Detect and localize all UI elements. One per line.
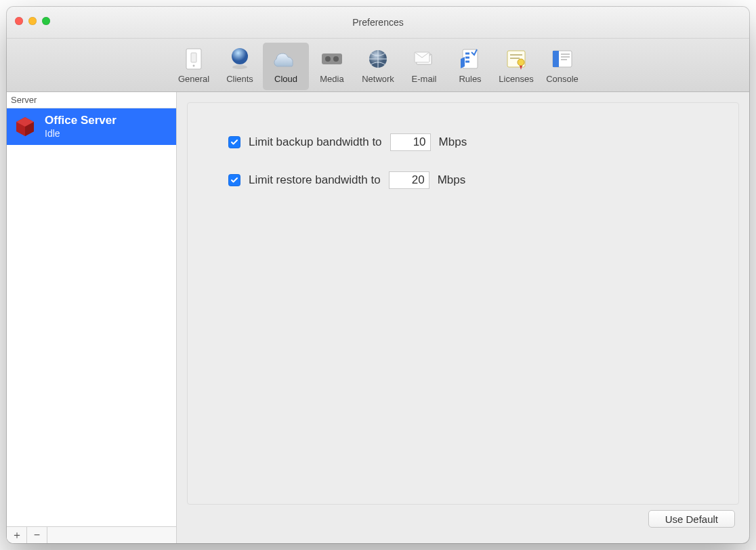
svg-rect-15: [553, 51, 559, 67]
traffic-lights: [15, 17, 50, 25]
use-default-button[interactable]: Use Default: [648, 510, 735, 528]
server-list-item[interactable]: Office Server Idle: [7, 108, 176, 145]
close-window-button[interactable]: [15, 17, 23, 25]
restore-unit-label: Mbps: [438, 173, 466, 187]
tab-label: Licenses: [499, 74, 533, 84]
sidebar-footer: ＋ −: [7, 526, 176, 543]
tab-label: Cloud: [274, 74, 297, 84]
svg-point-3: [232, 48, 248, 64]
limit-backup-checkbox[interactable]: [228, 136, 240, 148]
svg-point-7: [333, 56, 339, 62]
server-text: Office Server Idle: [45, 114, 117, 139]
tab-general[interactable]: General: [171, 43, 217, 90]
server-list: Office Server Idle: [7, 108, 176, 526]
tab-label: Network: [362, 74, 394, 84]
tab-label: General: [178, 74, 209, 84]
media-icon: [318, 45, 345, 72]
svg-point-6: [325, 56, 331, 62]
tab-email[interactable]: E-mail: [401, 43, 447, 90]
tab-network[interactable]: Network: [355, 43, 401, 90]
tab-cloud[interactable]: Cloud: [263, 43, 309, 90]
svg-point-2: [193, 65, 195, 67]
pane-footer: Use Default: [187, 505, 739, 533]
svg-rect-17: [561, 56, 570, 58]
tab-rules[interactable]: Rules: [447, 43, 493, 90]
tab-label: Media: [320, 74, 343, 84]
tab-label: Console: [546, 74, 579, 84]
body: Server Office Server Idle: [7, 92, 749, 543]
tab-media[interactable]: Media: [309, 43, 355, 90]
minus-icon: −: [34, 529, 40, 541]
network-icon: [364, 45, 392, 72]
svg-rect-16: [561, 54, 570, 55]
console-icon: [549, 45, 576, 72]
limit-restore-checkbox[interactable]: [228, 174, 240, 186]
tab-label: Clients: [226, 74, 253, 84]
licenses-icon: [503, 45, 530, 72]
limit-backup-row: Limit backup bandwidth to Mbps: [228, 133, 698, 151]
limit-restore-label: Limit restore bandwidth to: [249, 173, 381, 187]
limit-restore-row: Limit restore bandwidth to Mbps: [228, 171, 698, 189]
remove-server-button[interactable]: −: [27, 527, 47, 543]
check-icon: [230, 176, 238, 184]
rules-icon: [457, 45, 484, 72]
backup-bandwidth-input[interactable]: [390, 133, 431, 151]
svg-rect-18: [561, 59, 567, 60]
email-icon: [411, 45, 438, 72]
restore-bandwidth-input[interactable]: [389, 171, 429, 189]
settings-pane: Limit backup bandwidth to Mbps Limit res…: [177, 92, 749, 543]
server-name: Office Server: [45, 114, 117, 127]
backup-unit-label: Mbps: [439, 135, 467, 149]
limit-backup-label: Limit backup bandwidth to: [249, 135, 382, 149]
zoom-window-button[interactable]: [42, 17, 50, 25]
preferences-toolbar: General Clients: [7, 39, 749, 92]
tab-label: Rules: [459, 74, 481, 84]
general-icon: [180, 45, 207, 72]
svg-point-4: [232, 65, 247, 69]
plus-icon: ＋: [12, 528, 22, 543]
server-status: Idle: [45, 128, 117, 140]
tab-label: E-mail: [412, 74, 437, 84]
tab-console[interactable]: Console: [539, 43, 585, 90]
window-title: Preferences: [352, 17, 403, 28]
tab-licenses[interactable]: Licenses: [493, 43, 539, 90]
preferences-window: Preferences General: [7, 7, 749, 543]
cloud-icon: [272, 45, 299, 72]
add-server-button[interactable]: ＋: [7, 527, 27, 543]
settings-card: Limit backup bandwidth to Mbps Limit res…: [187, 102, 739, 505]
tab-clients[interactable]: Clients: [217, 43, 263, 90]
check-icon: [230, 138, 238, 146]
sidebar-heading: Server: [7, 92, 176, 108]
server-sidebar: Server Office Server Idle: [7, 92, 177, 543]
minimize-window-button[interactable]: [28, 17, 37, 25]
titlebar: Preferences: [7, 7, 749, 39]
toolbar-inner: General Clients: [171, 43, 585, 90]
server-icon: [14, 115, 37, 138]
svg-rect-5: [322, 54, 342, 64]
svg-point-13: [518, 59, 524, 66]
clients-icon: [226, 45, 253, 72]
svg-rect-1: [191, 53, 196, 62]
